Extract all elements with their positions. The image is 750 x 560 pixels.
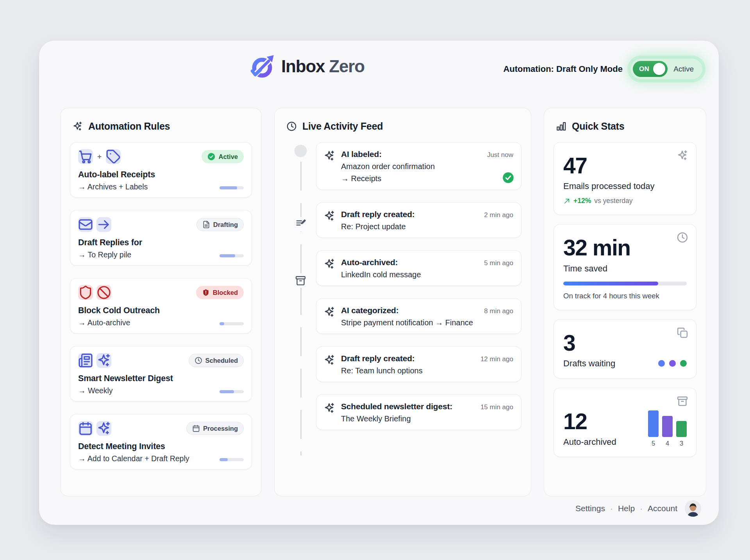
feed-item-timestamp: 5 min ago [479, 259, 513, 267]
bar-blue [648, 410, 659, 437]
quick-stats-panel: Quick Stats 47 Emails processed today +1… [544, 108, 706, 496]
status-badge-label: Scheduled [205, 357, 238, 364]
icon-joiner: + [97, 152, 102, 161]
sparkles-icon [323, 306, 335, 318]
rule-bottom-row: → To Reply pile [78, 250, 244, 259]
archive-icon [295, 273, 306, 288]
dashboard-panels: Automation Rules + Active Auto-label Rec… [60, 108, 706, 496]
feed-timeline: AI labeled: Just now Amazon order confir… [284, 142, 521, 430]
feed-item-line: The Weekly Briefing [341, 414, 513, 423]
purple-dot [669, 360, 676, 367]
feed-item-ai-categorized[interactable]: AI categorized: 8 min ago Stripe payment… [316, 298, 521, 334]
status-badge-drafting: Drafting [196, 218, 244, 231]
feed-item-title-row: AI categorized: 8 min ago [341, 305, 513, 315]
calendar-icon [78, 421, 93, 436]
sparkles-icon [323, 354, 335, 366]
feed-item-draft-reply-project[interactable]: Draft reply created: 2 min ago Re: Proje… [316, 202, 521, 238]
rule-bottom-row: → Weekly [78, 386, 244, 395]
feed-item-line: Amazon order confirmation [341, 162, 513, 171]
stat-label: Emails processed today [563, 181, 687, 191]
rule-card-meeting-invites[interactable]: Processing Detect Meeting Invites → Add … [70, 414, 252, 469]
rule-icon-row: Processing [78, 421, 244, 436]
feed-item-auto-archived[interactable]: Auto-archived: 5 min ago LinkedIn cold m… [316, 250, 521, 286]
automation-mode-control: Automation: Draft Only Mode ON Active [503, 59, 702, 79]
rule-card-newsletter-digest[interactable]: Scheduled Smart Newsletter Digest → Week… [70, 346, 252, 401]
stat-value: 47 [563, 154, 687, 177]
bar-column: 3 [676, 421, 687, 447]
feed-item-title: AI labeled: [341, 150, 382, 159]
feed-item-content: Draft reply created: 2 min ago Re: Proje… [341, 209, 513, 231]
feed-item-title: AI categorized: [341, 306, 399, 315]
feed-item-title-row: Scheduled newsletter digest: 15 min ago [341, 401, 513, 411]
feed-item-draft-reply-lunch[interactable]: Draft reply created: 12 min ago Re: Team… [316, 346, 521, 382]
automation-toggle[interactable]: ON Active [630, 59, 702, 79]
feed-panel-header: Live Activity Feed [286, 121, 521, 132]
rule-subtitle: → Add to Calendar + Draft Reply [78, 454, 189, 463]
status-badge-blocked: Blocked [196, 286, 244, 299]
stat-card-emails-processed: 47 Emails processed today +12% vs yester… [554, 142, 696, 215]
feed-item-timestamp: 8 min ago [479, 307, 513, 315]
help-link[interactable]: Help [618, 504, 635, 513]
feed-item-timestamp: 15 min ago [476, 403, 513, 411]
feed-item-line: → Receipts [341, 174, 513, 183]
rule-progress-bar [220, 186, 244, 189]
feed-item-ai-labeled[interactable]: AI labeled: Just now Amazon order confir… [316, 142, 521, 190]
blue-dot [658, 360, 665, 367]
sparkles-icon [323, 210, 335, 222]
bar-chart-icon [556, 121, 566, 132]
toggle-knob[interactable] [653, 63, 665, 75]
footer-separator: · [640, 504, 643, 513]
stat-label-row: Drafts waiting [563, 358, 687, 369]
bar-label: 4 [666, 440, 669, 447]
feed-item-line: Stripe payment notification → Finance [341, 318, 513, 327]
automation-rules-panel: Automation Rules + Active Auto-label Rec… [60, 108, 262, 496]
stats-panel-header: Quick Stats [556, 121, 696, 132]
feed-item-line: LinkedIn cold message [341, 270, 513, 279]
auto-archived-bar-chart: 5 4 3 [648, 410, 687, 447]
rule-card-auto-label-receipts[interactable]: + Active Auto-label Receipts → Archives … [70, 142, 252, 198]
feed-item-line: Re: Team lunch options [341, 366, 513, 375]
rule-icon-row: + Active [78, 149, 244, 164]
archived-card-body: 12 Auto-archived 5 4 [563, 407, 687, 447]
stat-value: 3 [563, 332, 687, 355]
rule-progress-fill [220, 322, 224, 325]
feed-panel-title: Live Activity Feed [302, 121, 383, 132]
time-saved-progress-bar [563, 282, 687, 285]
green-dot [680, 360, 687, 367]
clock-icon [195, 357, 202, 364]
sparkles-icon [72, 121, 83, 132]
automation-mode-label: Automation: Draft Only Mode [503, 64, 623, 74]
calendar-icon [192, 424, 200, 432]
file-text-icon [202, 221, 210, 228]
rule-title: Draft Replies for [78, 238, 244, 248]
feed-item-newsletter-digest[interactable]: Scheduled newsletter digest: 15 min ago … [316, 394, 521, 430]
check-circle-icon [502, 172, 514, 184]
bar-label: 5 [652, 440, 655, 447]
rule-card-draft-replies[interactable]: Drafting Draft Replies for → To Reply pi… [70, 210, 252, 266]
rules-panel-title: Automation Rules [88, 121, 170, 132]
trend-up-icon [563, 198, 570, 205]
account-link[interactable]: Account [648, 504, 677, 513]
settings-link[interactable]: Settings [575, 504, 605, 513]
avatar[interactable] [684, 500, 702, 517]
rule-progress-bar [220, 322, 244, 325]
toggle-on-pill[interactable]: ON [633, 61, 668, 77]
rule-subtitle: → Auto-archive [78, 318, 130, 327]
cart-icon [78, 149, 93, 164]
bar-column: 5 [648, 410, 659, 447]
status-badge-scheduled: Scheduled [189, 354, 244, 367]
shield-icon [78, 285, 93, 300]
check-circle-icon [207, 153, 215, 161]
rule-card-block-cold-outreach[interactable]: Blocked Block Cold Outreach → Auto-archi… [70, 278, 252, 334]
inbox-zero-logo-icon [249, 53, 276, 80]
stat-label: Drafts waiting [563, 358, 615, 369]
app-title: Inbox Zero [281, 57, 364, 76]
app-title-secondary: Zero [329, 57, 364, 76]
time-saved-progress-fill [563, 282, 658, 285]
status-badge-active: Active [202, 150, 244, 163]
rule-progress-fill [220, 390, 234, 393]
status-badge-label: Blocked [213, 289, 238, 296]
rule-progress-fill [220, 458, 228, 461]
rule-icon-row: Blocked [78, 285, 244, 300]
stat-card-time-saved: 32 min Time saved On track for 4 hours t… [554, 224, 696, 310]
